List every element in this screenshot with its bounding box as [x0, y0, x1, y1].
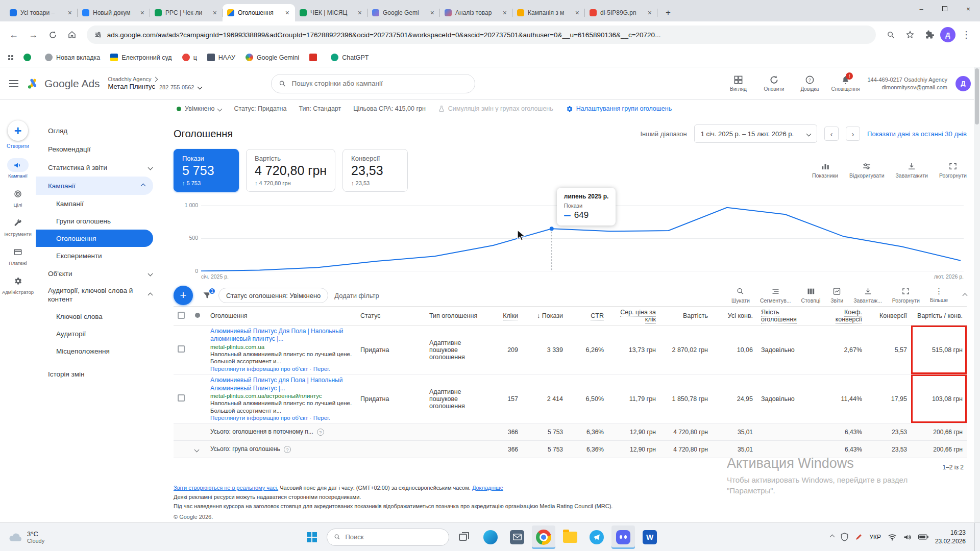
table-expand-button[interactable]: Розгорнути — [892, 287, 920, 304]
extensions-icon[interactable] — [921, 26, 938, 43]
taskbar-search[interactable] — [327, 529, 449, 546]
user-avatar[interactable]: Д — [955, 76, 971, 91]
back-icon[interactable]: ← — [5, 26, 22, 43]
new-tab-button[interactable]: + — [662, 6, 675, 19]
filter-chip[interactable]: Статус оголошення: Увімкнено — [218, 288, 328, 303]
tab-close-icon[interactable]: × — [139, 9, 145, 17]
browser-tab[interactable]: PPC | Чек-ли × — [150, 4, 223, 21]
col-header-type[interactable]: Тип оголошення — [425, 310, 485, 321]
browser-tab[interactable]: Новый докум × — [78, 4, 150, 21]
url-input[interactable] — [107, 31, 869, 39]
tray-expand-icon[interactable] — [830, 535, 835, 540]
apps-grid-icon[interactable] — [8, 55, 13, 60]
nav-item-insights[interactable]: Статистика й звіти — [36, 158, 160, 177]
start-button[interactable] — [300, 525, 324, 549]
nav-item-overview[interactable]: Огляд — [36, 121, 160, 140]
table-search-button[interactable]: Шукати — [731, 287, 750, 304]
wifi-icon[interactable] — [888, 534, 897, 541]
menu-hamburger-icon[interactable] — [9, 78, 18, 89]
col-header-avg-cpc[interactable]: Сер. ціна за клік — [608, 307, 660, 325]
taskbar-discord[interactable] — [611, 525, 635, 549]
ad-group-settings-link[interactable]: Налаштування групи оголошень — [566, 105, 672, 113]
col-header-ctr[interactable]: CTR — [567, 310, 608, 321]
bookmark-star-icon[interactable] — [901, 26, 919, 43]
taskbar-weather-widget[interactable]: 3°C Cloudy — [0, 523, 53, 551]
window-minimize-button[interactable]: – — [910, 0, 933, 17]
bookmark-item[interactable]: Новая вкладка — [45, 54, 100, 61]
rail-item-goals[interactable]: Цілі — [0, 183, 36, 212]
browser-tab[interactable]: Аналіз товар × — [440, 4, 512, 21]
tab-close-icon[interactable]: × — [574, 9, 580, 17]
cell-ad[interactable]: Алюминиевый Плинтус Для Пола | Напольный… — [206, 325, 356, 374]
taskbar-chrome[interactable] — [532, 525, 555, 549]
window-maximize-button[interactable] — [933, 0, 957, 17]
date-range-picker[interactable]: 1 січ. 2025 р. – 15 лют. 2026 р. — [694, 124, 817, 143]
segment-button[interactable]: Сегментув... — [760, 287, 791, 304]
bookmark-item[interactable] — [23, 54, 35, 61]
col-header-ad-quality[interactable]: Якість оголошення — [757, 307, 814, 325]
chart-plot[interactable]: липень 2025 р. Покази 649 — [201, 195, 964, 271]
date-prev-button[interactable]: ‹ — [824, 127, 839, 141]
language-indicator[interactable]: УКР — [869, 534, 881, 541]
col-header-conversions[interactable]: Конверсії — [866, 310, 911, 321]
filter-button[interactable]: 1 — [202, 290, 212, 300]
expand-totals-icon[interactable] — [194, 447, 200, 452]
tab-close-icon[interactable]: × — [212, 9, 218, 17]
browser-tab-active[interactable]: Оголошення × — [223, 4, 295, 21]
select-all-checkbox[interactable] — [178, 312, 185, 319]
rail-item-campaigns[interactable]: Кампанії — [0, 154, 36, 183]
taskbar-mail[interactable] — [505, 525, 529, 549]
browser-tab[interactable]: ЧЕК | МІСЯЦ × — [295, 4, 368, 21]
tab-close-icon[interactable]: × — [67, 9, 73, 17]
browser-scrollbar[interactable] — [974, 67, 980, 522]
metric-card-impressions[interactable]: Покази 5 753 ↑5 753 — [174, 149, 239, 192]
expand-chart-button[interactable]: Розгорнути — [939, 162, 967, 179]
row-checkbox[interactable] — [178, 345, 185, 353]
download-chart-button[interactable]: Завантажити — [896, 162, 928, 179]
browser-tab[interactable]: Google Gemi × — [368, 4, 440, 21]
row-checkbox[interactable] — [178, 394, 185, 402]
ads-search-input[interactable] — [291, 80, 468, 87]
tab-close-icon[interactable]: × — [647, 9, 653, 17]
add-ad-button[interactable]: + — [174, 286, 193, 305]
bookmark-item[interactable]: Google Gemini — [246, 54, 299, 61]
zoom-icon[interactable] — [882, 26, 899, 43]
nav-item-assets[interactable]: Об'єкти — [36, 264, 160, 283]
columns-button[interactable]: Стовпці — [801, 287, 821, 304]
date-next-button[interactable]: › — [846, 127, 860, 141]
taskbar-edge[interactable] — [479, 525, 502, 549]
col-header-conv-rate[interactable]: Коеф. конверсії — [814, 307, 866, 325]
account-breadcrumb[interactable]: Osadchiy Agency Метал Плинтус 282-755-05… — [108, 76, 202, 91]
scrollbar-thumb[interactable] — [975, 68, 979, 124]
tab-close-icon[interactable]: × — [429, 9, 435, 17]
help-circle-icon[interactable]: ? — [284, 446, 291, 453]
create-button[interactable]: + — [8, 120, 28, 141]
col-header-ad[interactable]: Оголошення — [206, 310, 356, 321]
reload-icon[interactable] — [44, 26, 61, 43]
bookmark-item[interactable]: ChatGPT — [331, 54, 369, 61]
nav-item-audiences[interactable]: Аудиторії — [36, 325, 160, 343]
taskbar-file-explorer[interactable] — [558, 525, 582, 549]
col-header-status[interactable]: Статус — [356, 310, 425, 321]
help-button[interactable]: ? Довідка — [796, 75, 823, 92]
bookmark-item[interactable]: НААУ — [207, 54, 235, 61]
battery-icon[interactable] — [918, 534, 928, 540]
add-filter-button[interactable]: Додати фільтр — [334, 292, 379, 299]
enabled-status[interactable]: Увімкнено — [177, 105, 222, 112]
metric-card-conversions[interactable]: Конверсії 23,53 ↑23,53 — [342, 149, 408, 192]
taskbar-word[interactable]: W — [638, 525, 662, 549]
nav-item-campaigns[interactable]: Кампанії — [36, 195, 160, 212]
rail-item-admin[interactable]: Адміністратор — [0, 270, 36, 299]
rail-item-tools[interactable]: Інструменти — [0, 212, 36, 241]
ad-view-assets-link[interactable]: Переглянути інформацію про об'єкт · Пере… — [210, 415, 352, 421]
table-row[interactable]: Алюминиевый Плинтус Для Пола | Напольный… — [174, 325, 967, 374]
table-more-button[interactable]: ⋮ Більше — [930, 288, 948, 303]
show-last-30-days-link[interactable]: Показати дані за останні 30 днів — [867, 130, 967, 138]
shield-icon[interactable] — [841, 533, 848, 541]
tab-close-icon[interactable]: × — [284, 9, 290, 17]
show-desktop-button[interactable] — [974, 523, 977, 551]
browser-menu-icon[interactable]: ⋮ — [958, 26, 975, 43]
col-header-impressions[interactable]: ↓ Покази — [522, 310, 567, 321]
notifications-button[interactable]: ! Сповіщення — [831, 75, 859, 92]
browser-tab[interactable]: Усі товари – × — [5, 4, 78, 21]
